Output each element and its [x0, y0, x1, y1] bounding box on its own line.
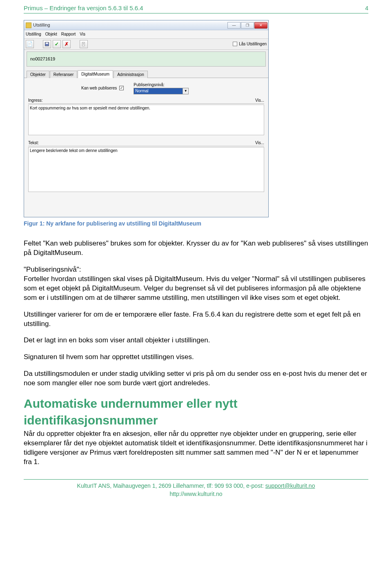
window-titlebar: Utstilling — ❐ ✕: [24, 20, 268, 30]
maximize-button[interactable]: ❐: [241, 22, 254, 29]
tekst-vis-link[interactable]: Vis...: [255, 140, 264, 146]
lock-label: Lås Utstillingen: [239, 41, 267, 47]
tab-digitaltmuseum[interactable]: DigitaltMuseum: [78, 70, 113, 78]
tekst-block: Tekst: Vis...: [28, 140, 264, 194]
publish-row: Kan web publiseres Publiseringsnivå: Nor…: [28, 82, 264, 94]
ingress-textarea[interactable]: [28, 105, 264, 135]
footer-line1: KulturIT ANS, Maihaugvegen 1, 2609 Lille…: [77, 482, 265, 489]
paragraph-8: Når du oppretter objekter fra en aksesjo…: [24, 429, 368, 467]
pn-combobox[interactable]: Normal ▼: [134, 88, 189, 94]
tekst-label: Tekst:: [28, 140, 39, 146]
menubar: Utstilling Objekt Rapport Vis: [24, 30, 268, 39]
tool-extra-button[interactable]: [80, 40, 88, 48]
ingress-label: Ingress:: [28, 98, 43, 103]
kwp-label: Kan web publiseres: [81, 85, 117, 91]
document-footer: KulturIT ANS, Maihaugvegen 1, 2609 Lille…: [24, 479, 368, 498]
paragraph-5: Det er lagt inn en boks som viser antall…: [24, 336, 368, 345]
paragraph-6: Signaturen til hvem som har opprettet ut…: [24, 353, 368, 362]
app-window: Utstilling — ❐ ✕ Utstilling Objekt Rappo…: [24, 20, 269, 217]
menu-vis[interactable]: Vis: [80, 31, 85, 37]
menu-utstilling[interactable]: Utstilling: [26, 31, 41, 37]
svg-rect-2: [82, 42, 85, 46]
lock-exhibition-group: Lås Utstillingen: [233, 41, 267, 47]
app-icon: [26, 22, 31, 28]
document-icon: [81, 42, 86, 47]
paragraph-4: Utstillinger varierer for om de er tempo…: [24, 310, 368, 329]
header-title: Primus – Endringer fra versjon 5.6.3 til…: [24, 4, 143, 12]
ingress-vis-link[interactable]: Vis...: [255, 98, 264, 103]
section-heading: Automatiske undernummer eller nytt ident…: [24, 395, 368, 429]
paragraph-2-3: "Publiseringsnivå": Forteller hvordan ut…: [24, 265, 368, 303]
lock-checkbox[interactable]: [233, 42, 237, 46]
pn-label: Publiseringsnivå:: [134, 82, 189, 88]
subtabs: Objekter Referanser DigitaltMuseum Admin…: [24, 68, 268, 78]
document-header: Primus – Endringer fra versjon 5.6.3 til…: [24, 4, 368, 13]
new-button[interactable]: [26, 40, 34, 48]
paragraph-7: Da utstillingsmodulen er under stadig ut…: [24, 369, 368, 388]
id-field[interactable]: [30, 56, 112, 61]
page-number: 4: [365, 4, 368, 12]
figure-caption: Figur 1: Ny arkfane for publisering av u…: [24, 220, 368, 228]
tab-referanser[interactable]: Referanser: [50, 71, 77, 78]
toolbar: ✓ ✗ Lås Utstillingen: [24, 39, 268, 50]
footer-email: support@kulturit.no: [265, 482, 315, 489]
menu-rapport[interactable]: Rapport: [61, 31, 76, 37]
tekst-textarea[interactable]: [28, 147, 264, 192]
pn-value: Normal: [134, 88, 183, 94]
window-title: Utstilling: [33, 22, 50, 28]
id-panel: [27, 51, 266, 67]
close-button[interactable]: ✕: [254, 22, 267, 29]
paragraph-1: Feltet "Kan web publiseres" brukes som f…: [24, 239, 368, 258]
tab-objekter[interactable]: Objekter: [27, 71, 49, 78]
svg-rect-1: [46, 42, 48, 44]
menu-objekt[interactable]: Objekt: [45, 31, 57, 37]
kwp-checkbox[interactable]: [119, 86, 124, 90]
cancel-button[interactable]: ✗: [62, 40, 71, 48]
tab-administrasjon[interactable]: Administrasjon: [114, 71, 148, 78]
floppy-icon: [45, 42, 49, 47]
confirm-button[interactable]: ✓: [53, 40, 61, 48]
minimize-button[interactable]: —: [227, 22, 241, 29]
footer-url: http://www.kulturit.no: [24, 490, 368, 498]
form-area: Kan web publiseres Publiseringsnivå: Nor…: [24, 78, 268, 217]
save-button[interactable]: [43, 40, 51, 48]
ingress-block: Ingress: Vis...: [28, 98, 264, 137]
chevron-down-icon: ▼: [183, 88, 188, 94]
